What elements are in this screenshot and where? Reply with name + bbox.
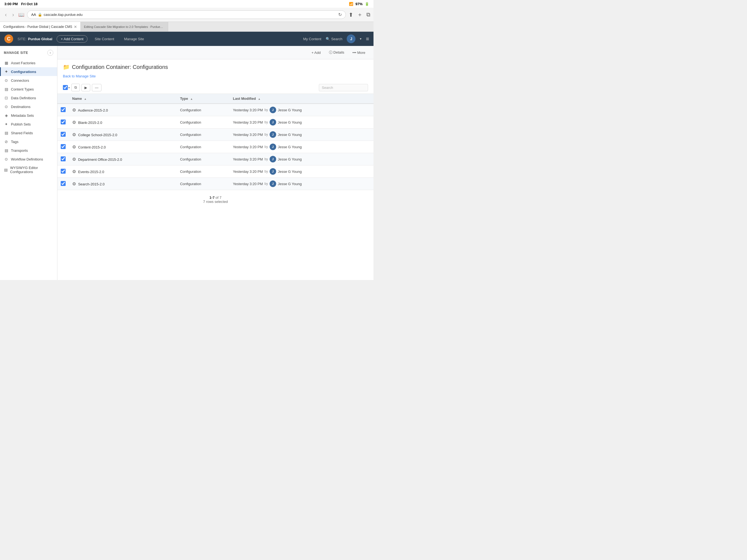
row-checkbox-1[interactable] (61, 107, 66, 112)
row-name-6[interactable]: Events-2015-2.0 (78, 170, 104, 174)
sidebar-item-connectors[interactable]: ⊙ Connectors (0, 76, 57, 85)
metadata-sets-icon: ◈ (4, 113, 9, 118)
sidebar-label-content-types: Content Types (11, 87, 34, 91)
search-icon: 🔍 (326, 37, 330, 41)
delete-button[interactable]: — (92, 84, 101, 91)
address-bar[interactable]: AA 🔒 cascade.itap.purdue.edu ↻ (27, 10, 346, 19)
sidebar-header: MANAGE SITE ‹ (0, 46, 57, 58)
col-type[interactable]: Type ▲ (177, 94, 229, 104)
share-button[interactable]: ⬆ (349, 11, 353, 18)
pagination-range: 1-7 of 7 (63, 196, 368, 200)
transports-icon: ▤ (4, 148, 9, 153)
modified-time-4: Yesterday 3:20 PM (233, 145, 263, 149)
row-checkbox-cell (57, 178, 69, 190)
add-button[interactable]: + Add (309, 49, 324, 56)
table-row: ⚙ Content-2015-2.0 Configuration Yesterd… (57, 141, 374, 153)
row-checkbox-6[interactable] (61, 169, 66, 174)
select-all-checkbox[interactable] (63, 85, 68, 90)
checkbox-dropdown-arrow[interactable]: ▾ (68, 86, 70, 89)
config-icon-1: ⚙ (72, 108, 76, 112)
sidebar-label-tags: Tags (11, 140, 18, 144)
reload-button[interactable]: ↻ (338, 12, 342, 17)
tab-1-label: Configurations - Purdue Global | Cascade… (3, 25, 72, 29)
modified-time-6: Yesterday 3:20 PM (233, 170, 263, 174)
sidebar-item-content-types[interactable]: ▤ Content Types (0, 85, 57, 94)
config-icon-5: ⚙ (72, 157, 76, 161)
sidebar-item-wysiwyg[interactable]: ▤ WYSIWYG Editor Configurations (0, 163, 57, 176)
user-name-4: Jesse G Young (278, 145, 302, 149)
user-avatar-button[interactable]: J (347, 34, 356, 43)
tabs-button[interactable]: ⧉ (366, 11, 370, 18)
modified-time-7: Yesterday 3:20 PM (233, 182, 263, 186)
pagination-area: 1-7 of 7 7 rows selected (57, 190, 374, 209)
row-checkbox-4[interactable] (61, 144, 66, 149)
user-avatar-2: J (269, 119, 276, 126)
sidebar-item-metadata-sets[interactable]: ◈ Metadata Sets (0, 111, 57, 120)
copy-button[interactable]: ⧉ (71, 84, 80, 91)
forward-button[interactable]: › (11, 11, 16, 18)
sidebar-item-workflow-definitions[interactable]: ⊙ Workflow Definitions (0, 155, 57, 163)
row-checkbox-cell (57, 104, 69, 116)
details-button[interactable]: ⓘ Details (326, 49, 347, 56)
col-last-modified[interactable]: Last Modified ▲ (230, 94, 374, 104)
back-button[interactable]: ‹ (3, 11, 8, 18)
sidebar-item-destinations[interactable]: ⊙ Destinations (0, 102, 57, 111)
row-name-3[interactable]: College School-2015-2.0 (78, 133, 117, 137)
tab-1-close[interactable]: ✕ (74, 25, 77, 29)
row-checkbox-5[interactable] (61, 156, 66, 161)
sidebar-label-connectors: Connectors (11, 78, 29, 82)
row-modified-cell-7: Yesterday 3:20 PM by J Jesse G Young (230, 178, 374, 190)
row-name-1[interactable]: Audience-2015-2.0 (78, 108, 108, 112)
my-content-button[interactable]: My Content (303, 37, 321, 41)
sidebar-item-data-definitions[interactable]: ⊡ Data Definitions (0, 94, 57, 102)
user-avatar-4: J (269, 144, 276, 150)
row-checkbox-cell (57, 166, 69, 178)
table-search-input[interactable]: Search (319, 84, 368, 91)
add-content-button[interactable]: + Add Content (57, 35, 87, 43)
sidebar-item-tags[interactable]: ⊘ Tags (0, 137, 57, 146)
sidebar-item-publish-sets[interactable]: ✦ Publish Sets (0, 120, 57, 128)
sidebar-collapse-button[interactable]: ‹ (47, 50, 53, 56)
sidebar-item-shared-fields[interactable]: ▤ Shared Fields (0, 128, 57, 137)
more-button[interactable]: ••• More (350, 49, 368, 56)
row-type-cell-1: Configuration (177, 104, 229, 116)
user-avatar-6: J (269, 168, 276, 175)
user-chevron: ▾ (360, 37, 361, 41)
row-name-4[interactable]: Content-2015-2.0 (78, 145, 106, 149)
data-table: Name ▲ Type ▲ Last Modified ▲ (57, 94, 374, 190)
config-icon-3: ⚙ (72, 132, 76, 137)
row-name-2[interactable]: Blank-2015-2.0 (78, 121, 102, 125)
row-checkbox-3[interactable] (61, 132, 66, 137)
sidebar-label-data-definitions: Data Definitions (11, 96, 36, 100)
row-checkbox-2[interactable] (61, 120, 66, 124)
modified-time-1: Yesterday 3:20 PM (233, 108, 263, 112)
sidebar-item-asset-factories[interactable]: ▦ Asset Factories (0, 58, 57, 67)
row-name-7[interactable]: Search-2015-2.0 (78, 182, 105, 186)
header-search-button[interactable]: 🔍 Search (326, 37, 342, 41)
wifi-icon: 📶 (349, 2, 353, 6)
sidebar-item-configurations[interactable]: ✦ Configurations (0, 67, 57, 76)
sidebar-label-asset-factories: Asset Factories (11, 61, 35, 65)
user-name-6: Jesse G Young (278, 170, 302, 174)
tab-1[interactable]: Configurations - Purdue Global | Cascade… (0, 22, 81, 31)
asset-factories-icon: ▦ (4, 61, 9, 65)
row-name-5[interactable]: Department Office-2015-2.0 (78, 157, 122, 161)
config-icon-2: ⚙ (72, 120, 76, 125)
sidebar-label-configurations: Configurations (11, 70, 36, 74)
row-checkbox-7[interactable] (61, 181, 66, 186)
config-icon-6: ⚙ (72, 169, 76, 174)
row-modified-cell-2: Yesterday 3:20 PM by J Jesse G Young (230, 116, 374, 128)
new-tab-button[interactable]: ＋ (357, 11, 363, 18)
tab-2[interactable]: Editing Cascade Site Migration to 2.0 Te… (81, 22, 168, 31)
date: Fri Oct 18 (21, 2, 37, 6)
site-content-button[interactable]: Site Content (92, 35, 117, 42)
col-name[interactable]: Name ▲ (69, 94, 177, 104)
hamburger-button[interactable]: ≡ (366, 36, 369, 42)
manage-site-button[interactable]: Manage Site (121, 35, 147, 42)
app-logo[interactable]: C (4, 34, 13, 43)
sidebar-item-transports[interactable]: ▤ Transports (0, 146, 57, 155)
publish-button[interactable]: ▶ (81, 84, 90, 91)
sidebar-label-workflow-definitions: Workflow Definitions (11, 157, 43, 161)
back-link[interactable]: Back to Manage Site (57, 73, 374, 81)
bookmark-button[interactable]: 📖 (18, 12, 24, 18)
